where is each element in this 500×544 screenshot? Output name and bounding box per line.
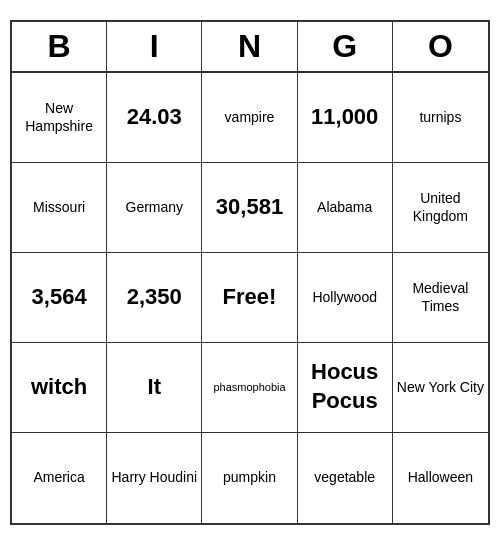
header-letter: I — [107, 22, 202, 71]
bingo-cell: phasmophobia — [202, 343, 297, 433]
bingo-cell: 3,564 — [12, 253, 107, 343]
header-letter: G — [298, 22, 393, 71]
bingo-cell: vegetable — [298, 433, 393, 523]
bingo-cell: New Hampshire — [12, 73, 107, 163]
bingo-cell: America — [12, 433, 107, 523]
bingo-cell: Halloween — [393, 433, 488, 523]
bingo-cell: pumpkin — [202, 433, 297, 523]
bingo-cell: United Kingdom — [393, 163, 488, 253]
bingo-cell: Alabama — [298, 163, 393, 253]
bingo-cell: Hollywood — [298, 253, 393, 343]
bingo-cell: Medieval Times — [393, 253, 488, 343]
bingo-cell: turnips — [393, 73, 488, 163]
bingo-cell: 2,350 — [107, 253, 202, 343]
bingo-cell: witch — [12, 343, 107, 433]
bingo-grid: New Hampshire24.03vampire11,000turnipsMi… — [12, 73, 488, 523]
header-letter: N — [202, 22, 297, 71]
bingo-card: BINGO New Hampshire24.03vampire11,000tur… — [10, 20, 490, 525]
bingo-cell: 24.03 — [107, 73, 202, 163]
bingo-cell: vampire — [202, 73, 297, 163]
bingo-cell: 11,000 — [298, 73, 393, 163]
header-letter: B — [12, 22, 107, 71]
bingo-cell: New York City — [393, 343, 488, 433]
bingo-cell: 30,581 — [202, 163, 297, 253]
bingo-cell: Hocus Pocus — [298, 343, 393, 433]
bingo-header: BINGO — [12, 22, 488, 73]
header-letter: O — [393, 22, 488, 71]
bingo-cell: Harry Houdini — [107, 433, 202, 523]
bingo-cell: Missouri — [12, 163, 107, 253]
bingo-cell: Free! — [202, 253, 297, 343]
bingo-cell: Germany — [107, 163, 202, 253]
bingo-cell: It — [107, 343, 202, 433]
